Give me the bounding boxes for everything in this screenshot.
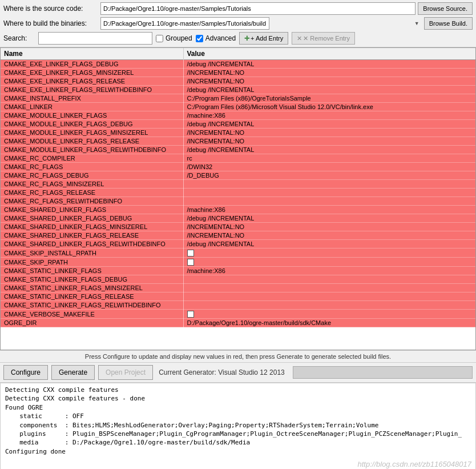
table-row[interactable]: CMAKE_RC_FLAGS_RELWITHDEBINFO — [1, 197, 475, 206]
table-row[interactable]: CMAKE_EXE_LINKER_FLAGS_RELWITHDEBINFO/de… — [1, 86, 475, 94]
table-cell-value: /debug /INCREMENTAL — [183, 120, 475, 129]
cmake-table: Name Value CMAKE_EXE_LINKER_FLAGS_DEBUG/… — [1, 48, 475, 327]
table-row[interactable]: CMAKE_STATIC_LINKER_FLAGS/machine:X86 — [1, 267, 475, 275]
table-row[interactable]: CMAKE_SKIP_RPATH — [1, 258, 475, 267]
configure-button[interactable]: Configure — [3, 365, 48, 380]
advanced-label: Advanced — [205, 34, 236, 42]
table-row[interactable]: CMAKE_SHARED_LINKER_FLAGS_RELWITHDEBINFO… — [1, 240, 475, 248]
table-row[interactable]: CMAKE_MODULE_LINKER_FLAGS/machine:X86 — [1, 111, 475, 120]
table-cell-value: /machine:X86 — [183, 206, 475, 214]
log-line: Configuring done — [5, 447, 471, 456]
table-cell-name: CMAKE_INSTALL_PREFIX — [1, 94, 183, 103]
table-cell-name: CMAKE_SHARED_LINKER_FLAGS_DEBUG — [1, 214, 183, 223]
table-cell-value — [183, 310, 475, 319]
table-row[interactable]: CMAKE_EXE_LINKER_FLAGS_DEBUG/debug /INCR… — [1, 60, 475, 69]
table-row[interactable]: CMAKE_RC_FLAGS_DEBUG/D_DEBUG — [1, 171, 475, 180]
log-line: components : Bites;HLMS;MeshLodGenerator… — [5, 421, 471, 430]
table-cell-name: CMAKE_SHARED_LINKER_FLAGS_RELWITHDEBINFO — [1, 240, 183, 248]
table-row[interactable]: CMAKE_STATIC_LINKER_FLAGS_RELEASE — [1, 292, 475, 301]
search-input[interactable] — [38, 32, 152, 45]
table-row[interactable]: CMAKE_STATIC_LINKER_FLAGS_DEBUG — [1, 275, 475, 284]
table-row[interactable]: OGRE_DIRD:/Package/Ogre1.10/ogre-master/… — [1, 319, 475, 327]
table-row[interactable]: CMAKE_SHARED_LINKER_FLAGS_DEBUG/debug /I… — [1, 214, 475, 223]
table-row[interactable]: CMAKE_EXE_LINKER_FLAGS_RELEASE/INCREMENT… — [1, 77, 475, 86]
table-row[interactable]: CMAKE_RC_FLAGS_MINSIZEREL — [1, 180, 475, 189]
app-container: Where is the source code: Browse Source.… — [0, 0, 476, 468]
cmake-table-container: Name Value CMAKE_EXE_LINKER_FLAGS_DEBUG/… — [0, 47, 476, 350]
table-cell-value: /INCREMENTAL:NO — [183, 129, 475, 137]
table-cell-value: /debug /INCREMENTAL — [183, 240, 475, 248]
table-cell-name: CMAKE_SKIP_INSTALL_RPATH — [1, 248, 183, 258]
browse-build-button[interactable]: Browse Build. — [424, 17, 473, 30]
build-path-select[interactable]: D:/Package/Ogre1.10/ogre-master/Samples/… — [100, 17, 269, 30]
table-cell-value — [183, 248, 475, 258]
table-row[interactable]: CMAKE_SHARED_LINKER_FLAGS_RELEASE/INCREM… — [1, 231, 475, 240]
table-cell-name: CMAKE_RC_FLAGS_RELEASE — [1, 189, 183, 197]
table-cell-name: CMAKE_VERBOSE_MAKEFILE — [1, 310, 183, 319]
table-cell-checkbox[interactable] — [187, 250, 194, 256]
table-cell-name: CMAKE_RC_FLAGS_MINSIZEREL — [1, 180, 183, 189]
table-row[interactable]: CMAKE_MODULE_LINKER_FLAGS_MINSIZEREL/INC… — [1, 129, 475, 137]
table-cell-checkbox[interactable] — [187, 259, 194, 266]
table-row[interactable]: CMAKE_VERBOSE_MAKEFILE — [1, 310, 475, 319]
table-row[interactable]: CMAKE_MODULE_LINKER_FLAGS_DEBUG/debug /I… — [1, 120, 475, 129]
col-value-header: Value — [183, 48, 475, 60]
table-row[interactable]: CMAKE_LINKERC:/Program Files (x86)/Micro… — [1, 103, 475, 111]
table-cell-value: rc — [183, 154, 475, 163]
table-row[interactable]: CMAKE_RC_COMPILERrc — [1, 154, 475, 163]
table-cell-value — [183, 197, 475, 206]
table-cell-value: /debug /INCREMENTAL — [183, 86, 475, 94]
log-line: static : OFF — [5, 412, 471, 420]
table-cell-name: CMAKE_STATIC_LINKER_FLAGS_DEBUG — [1, 275, 183, 284]
table-cell-value: /D_DEBUG — [183, 171, 475, 180]
table-cell-value: /debug /INCREMENTAL — [183, 214, 475, 223]
table-cell-name: CMAKE_MODULE_LINKER_FLAGS_DEBUG — [1, 120, 183, 129]
table-cell-value — [183, 284, 475, 292]
grouped-checkbox-group: Grouped — [156, 34, 192, 42]
table-row[interactable]: CMAKE_STATIC_LINKER_FLAGS_MINSIZEREL — [1, 284, 475, 292]
open-project-button[interactable]: Open Project — [98, 365, 153, 380]
table-cell-value: /INCREMENTAL:NO — [183, 77, 475, 86]
advanced-checkbox[interactable] — [196, 35, 203, 42]
watermark: http://blog.csdn.net/zb1165048017 — [0, 460, 476, 468]
table-cell-name: CMAKE_RC_COMPILER — [1, 154, 183, 163]
table-cell-name: CMAKE_STATIC_LINKER_FLAGS_RELEASE — [1, 292, 183, 301]
table-row[interactable]: CMAKE_STATIC_LINKER_FLAGS_RELWITHDEBINFO — [1, 301, 475, 310]
table-cell-name: CMAKE_EXE_LINKER_FLAGS_MINSIZEREL — [1, 69, 183, 77]
table-cell-name: CMAKE_MODULE_LINKER_FLAGS — [1, 111, 183, 120]
table-cell-name: CMAKE_SHARED_LINKER_FLAGS_MINSIZEREL — [1, 223, 183, 231]
table-row[interactable]: CMAKE_MODULE_LINKER_FLAGS_RELEASE/INCREM… — [1, 137, 475, 146]
table-row[interactable]: CMAKE_RC_FLAGS_RELEASE — [1, 189, 475, 197]
browse-source-button[interactable]: Browse Source. — [418, 2, 473, 15]
status-bar: Press Configure to update and display ne… — [0, 350, 476, 363]
table-row[interactable]: CMAKE_SHARED_LINKER_FLAGS/machine:X86 — [1, 206, 475, 214]
remove-entry-button[interactable]: ✕✕ Remove Entry — [292, 32, 355, 45]
add-entry-button[interactable]: ✛+ Add Entry — [239, 32, 288, 45]
table-row[interactable]: CMAKE_EXE_LINKER_FLAGS_MINSIZEREL/INCREM… — [1, 69, 475, 77]
table-cell-value: /DWIN32 — [183, 163, 475, 171]
table-row[interactable]: CMAKE_SKIP_INSTALL_RPATH — [1, 248, 475, 258]
source-path-input[interactable] — [100, 2, 416, 15]
grouped-checkbox[interactable] — [156, 35, 163, 42]
action-bar: Configure Generate Open Project Current … — [0, 363, 476, 383]
table-row[interactable]: CMAKE_SHARED_LINKER_FLAGS_MINSIZEREL/INC… — [1, 223, 475, 231]
table-cell-name: CMAKE_SHARED_LINKER_FLAGS_RELEASE — [1, 231, 183, 240]
table-cell-name: OGRE_DIR — [1, 319, 183, 327]
generate-button[interactable]: Generate — [51, 365, 95, 380]
log-line: plugins : Plugin_BSPSceneManager;Plugin_… — [5, 430, 471, 438]
status-text: Press Configure to update and display ne… — [85, 353, 391, 360]
table-cell-value: C:/Program Files (x86)/OgreTutorialsSamp… — [183, 94, 475, 103]
table-cell-value: /INCREMENTAL:NO — [183, 231, 475, 240]
table-row[interactable]: CMAKE_MODULE_LINKER_FLAGS_RELWITHDEBINFO… — [1, 146, 475, 154]
generator-label: Current Generator: Visual Studio 12 2013 — [159, 368, 285, 376]
table-row[interactable]: CMAKE_RC_FLAGS/DWIN32 — [1, 163, 475, 171]
table-cell-name: CMAKE_RC_FLAGS_RELWITHDEBINFO — [1, 197, 183, 206]
table-cell-value — [183, 301, 475, 310]
table-cell-checkbox[interactable] — [187, 311, 194, 318]
table-cell-name: CMAKE_STATIC_LINKER_FLAGS_MINSIZEREL — [1, 284, 183, 292]
log-line: media : D:/Package/Ogre1.10/ogre-master/… — [5, 438, 471, 447]
table-cell-value — [183, 292, 475, 301]
table-row[interactable]: CMAKE_INSTALL_PREFIXC:/Program Files (x8… — [1, 94, 475, 103]
table-cell-value — [183, 189, 475, 197]
table-cell-value: C:/Program Files (x86)/Microsoft Visual … — [183, 103, 475, 111]
